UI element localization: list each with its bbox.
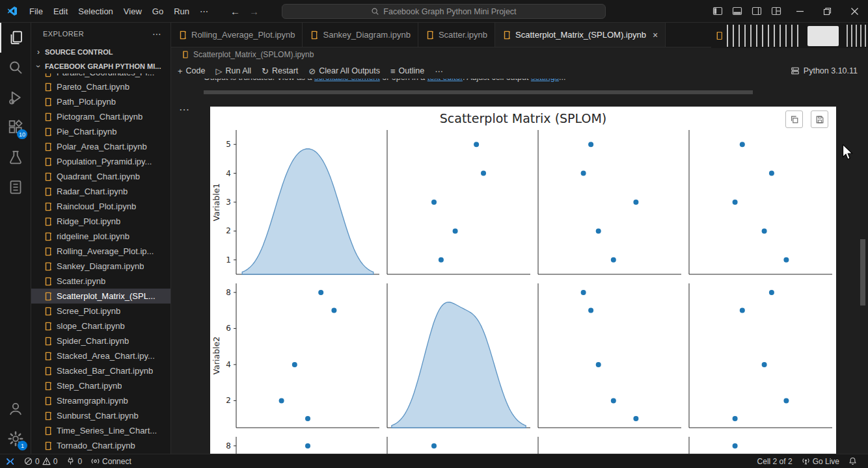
tree-item[interactable]: Quadrant_Chart.ipynb [31, 169, 170, 184]
tree-item[interactable]: Path_Plot.ipynb [31, 94, 170, 109]
notebook-file-icon [44, 187, 53, 196]
clear-outputs-button[interactable]: ⊘Clear All Outputs [308, 66, 380, 76]
tree-item[interactable]: Raincloud_Plot.ipynb [31, 199, 170, 214]
menu-item[interactable]: View [118, 4, 147, 19]
settings-link[interactable]: settings [531, 79, 559, 82]
more-actions-button[interactable]: ⋯ [435, 66, 443, 76]
minimize-button[interactable] [786, 0, 813, 22]
notebook-file-icon [310, 31, 319, 40]
tree-item[interactable]: Ridge_Plot.ipynb [31, 214, 170, 229]
text-editor-link[interactable]: text editor [427, 79, 463, 82]
restart-button[interactable]: ↻Restart [262, 66, 298, 76]
tree-item[interactable]: Sankey_Diagram.ipynb [31, 259, 170, 274]
editor-tab[interactable]: Scatter.ipynb × [418, 23, 495, 47]
file-name: Sankey_Diagram.ipynb [57, 261, 144, 271]
activity-extensions[interactable]: 10 [0, 112, 31, 142]
tree-item[interactable]: Tornado_Chart.ipynb [31, 438, 170, 453]
menu-item[interactable]: Run [169, 4, 195, 19]
section-label: SOURCE CONTROL [45, 48, 113, 56]
activity-search[interactable] [0, 53, 31, 83]
horizontal-scrollbar[interactable] [204, 90, 753, 94]
kernel-picker[interactable]: Python 3.10.11 [791, 66, 868, 75]
cell-output-panel: Variable112345Variable22468Variable32468… [210, 107, 836, 454]
notifications-bell[interactable] [844, 454, 861, 468]
toggle-secondary-sidebar-icon[interactable] [747, 0, 766, 22]
scrollable-element-link[interactable]: scrollable element [314, 79, 380, 82]
notebook-file-icon [44, 262, 53, 271]
notebook-file-icon [44, 172, 53, 181]
tree-item[interactable]: Spider_Chart.ipynb [31, 333, 170, 348]
svg-text:5: 5 [226, 140, 231, 149]
command-center-search[interactable]: Facebook Graph Python Mini Project [282, 4, 606, 19]
tab-close-icon[interactable]: × [653, 30, 658, 40]
cell-indicator[interactable]: Cell 2 of 2 [753, 454, 797, 468]
tree-item[interactable]: Population_Pyramid.ipy... [31, 154, 170, 169]
editor-area: Rolling_Average_Plot.ipynb × Sankey_Diag… [171, 23, 868, 454]
ports-indicator[interactable]: 0 [62, 454, 87, 468]
section-workspace[interactable]: › FACEBOOK GRAPH PYTHON MI... [31, 59, 170, 73]
back-icon[interactable]: ← [230, 6, 240, 17]
copy-output-button[interactable] [785, 110, 803, 128]
tree-item[interactable]: Radar_Chart.ipynb [31, 184, 170, 199]
file-tree: Pareto_Chart.ipynb Path_Plot.ipynb Picto… [31, 79, 170, 453]
tree-item[interactable]: ridgeline_plot.ipynb [31, 229, 170, 244]
menu-item[interactable]: File [24, 4, 48, 19]
tree-item[interactable]: Sunburst_Chart.ipynb [31, 408, 170, 423]
tree-item[interactable]: Step_Chart.ipynb [31, 378, 170, 393]
tree-item[interactable]: Scatter.ipynb [31, 274, 170, 289]
editor-tab[interactable]: Sankey_Diagram.ipynb × [303, 23, 418, 47]
activity-settings[interactable]: 1 [0, 424, 31, 454]
file-name: Step_Chart.ipynb [57, 381, 122, 391]
problems-indicator[interactable]: 0 0 [20, 454, 62, 468]
banner-text: or open in a [380, 79, 427, 82]
file-name: Spider_Chart.ipynb [57, 336, 129, 346]
menu-item[interactable]: Edit [48, 4, 73, 19]
outline-button[interactable]: ≡Outline [390, 66, 424, 76]
remote-indicator[interactable] [0, 454, 20, 468]
vscode-logo-icon [7, 6, 18, 16]
tree-item[interactable]: Pie_Chart.ipynb [31, 124, 170, 139]
save-output-button[interactable] [811, 110, 828, 128]
tree-item[interactable]: slope_Chart.ipynb [31, 318, 170, 333]
tree-item[interactable]: Scree_Plot.ipynb [31, 304, 170, 318]
forward-icon[interactable]: → [249, 6, 259, 17]
editor-tab[interactable]: Scatterplot_Matrix_(SPLOM).ipynb × [495, 23, 666, 47]
tree-item[interactable]: Scatterplot_Matrix_(SPL... [31, 289, 170, 304]
menu-item[interactable]: Selection [73, 4, 118, 19]
tree-item[interactable]: Streamgraph.ipynb [31, 393, 170, 408]
section-source-control[interactable]: › SOURCE CONTROL [31, 45, 170, 59]
activity-accounts[interactable] [0, 394, 31, 424]
explorer-actions-icon[interactable]: ⋯ [152, 29, 161, 39]
activity-testing[interactable] [0, 142, 31, 172]
tree-item[interactable]: Stacked_Bar_Chart.ipynb [31, 363, 170, 378]
activity-notebook[interactable] [0, 172, 31, 202]
cell-menu-icon[interactable]: ⋯ [179, 103, 190, 116]
tree-item[interactable]: Stacked_Area_Chart.ipy... [31, 348, 170, 363]
vertical-scrollbar[interactable] [860, 239, 865, 306]
tree-item-clipped[interactable]: Parallel_Coordinates_Pl... [31, 73, 170, 79]
close-window-button[interactable] [841, 0, 868, 22]
tree-item[interactable]: Pictogram_Chart.ipynb [31, 109, 170, 124]
menu-item[interactable]: Go [147, 4, 169, 19]
breadcrumb[interactable]: Scatterplot_Matrix_(SPLOM).ipynb [171, 47, 868, 62]
history-nav: ← → [230, 6, 259, 17]
tree-item[interactable]: Time_Series_Line_Chart... [31, 423, 170, 438]
menu-item[interactable]: ⋯ [195, 4, 213, 19]
explorer-header: EXPLORER ⋯ [31, 23, 170, 45]
activity-spacer [0, 202, 31, 394]
add-code-cell-button[interactable]: +Code [178, 66, 205, 76]
activity-run-debug[interactable] [0, 83, 31, 112]
restore-button[interactable] [813, 0, 841, 22]
connect-button[interactable]: Connect [87, 454, 136, 468]
notebook-file-icon [44, 382, 53, 391]
toggle-sidebar-icon[interactable] [708, 0, 727, 22]
customize-layout-icon[interactable] [766, 0, 786, 22]
tree-item[interactable]: Pareto_Chart.ipynb [31, 79, 170, 94]
toggle-panel-icon[interactable] [727, 0, 747, 22]
editor-tab[interactable]: Rolling_Average_Plot.ipynb × [171, 23, 303, 47]
tree-item[interactable]: Rolling_Average_Plot.ip... [31, 244, 170, 259]
run-all-button[interactable]: ▷Run All [215, 66, 251, 76]
activity-explorer[interactable] [0, 23, 31, 53]
go-live-button[interactable]: Go Live [797, 454, 844, 468]
tree-item[interactable]: Polar_Area_Chart.ipynb [31, 139, 170, 154]
